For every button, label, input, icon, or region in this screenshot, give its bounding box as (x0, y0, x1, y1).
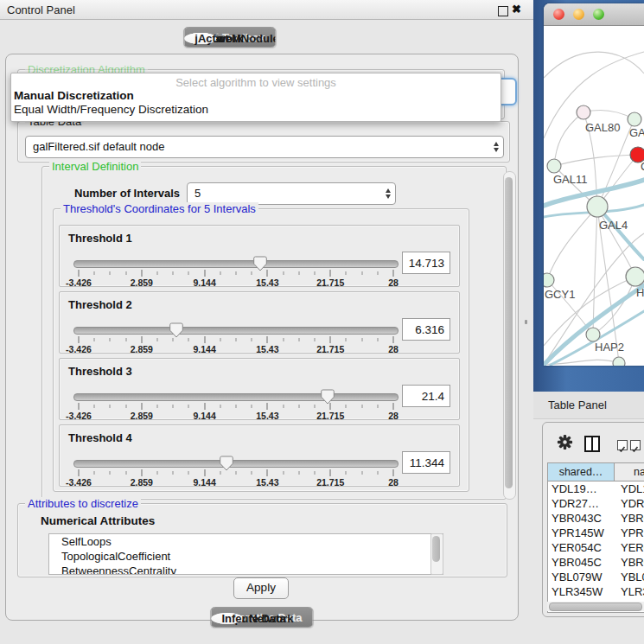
axis-tick-label: 9.144 (193, 277, 215, 288)
close-icon[interactable]: ✖ (512, 3, 521, 16)
network-node-label: H (636, 286, 644, 299)
threshold-label: Threshold 4 (68, 431, 132, 444)
table-column-header[interactable]: shared… (548, 463, 615, 481)
network-node-ga[interactable] (628, 112, 641, 126)
table-column-header[interactable]: na (615, 463, 644, 481)
table-row[interactable]: YER054CYER0 (548, 540, 644, 555)
table-data-combo[interactable]: galFiltered.sif default node (25, 136, 504, 158)
axis-tick-label: -3.426 (66, 344, 92, 354)
network-node-gal11[interactable] (547, 159, 561, 173)
axis-tick-label: 2.859 (131, 277, 153, 288)
axis-tick-label: 2.859 (131, 477, 153, 488)
network-node-h[interactable] (626, 267, 644, 286)
slider-track[interactable] (73, 393, 399, 401)
axis-tick-label: 15.43 (256, 411, 278, 421)
axis-tick-label: 28 (388, 344, 399, 354)
table-hscrollbar[interactable] (547, 602, 644, 611)
numerical-attributes-list[interactable]: SelfLoopsTopologicalCoefficientBetweenne… (48, 533, 443, 575)
axis-tick-label: -3.426 (66, 277, 92, 288)
gear-icon[interactable] (557, 434, 573, 450)
threshold-slider[interactable]: -3.4262.8599.14415.4321.71528 (79, 460, 393, 486)
tab-jactivemnodules[interactable]: jActiveMNodules (184, 33, 216, 44)
network-node-gcy1[interactable] (544, 273, 554, 287)
table-row[interactable]: YBR045CYBR0 (548, 555, 644, 570)
algorithm-hint: Select algorithm to view settings (11, 76, 501, 89)
attributes-scrollbar[interactable] (430, 533, 443, 575)
table-row[interactable]: YBL079WYBL0 (548, 570, 644, 584)
algorithm-option[interactable]: Manual Discretization (14, 89, 134, 102)
checkbox-icon[interactable] (630, 440, 641, 450)
attribute-list-item[interactable]: TopologicalCoefficient (49, 549, 443, 564)
table-cell: YBL079W (548, 570, 615, 584)
table-panel-title: Table Panel (548, 399, 607, 411)
table-row[interactable]: YPR145WYPR1 (548, 526, 644, 540)
interval-definition-group: Interval Definition Number of Intervals … (41, 166, 507, 500)
network-node-hap2[interactable] (586, 328, 600, 341)
attribute-list-item[interactable]: SelfLoops (49, 534, 443, 549)
panel-title: Control Panel (7, 3, 75, 16)
axis-tick-label: 21.715 (316, 277, 344, 288)
minimize-traffic-light-icon[interactable] (573, 9, 584, 20)
network-node-label: GCY1 (545, 288, 575, 301)
axis-tick-label: 9.144 (193, 344, 215, 354)
table-header[interactable]: shared…na (548, 463, 644, 481)
axis-tick-label: 9.144 (193, 411, 215, 421)
table-panel: shared…na YDL19…YDL1YDR27…YDR2YBR043CYBR… (542, 422, 644, 617)
network-canvas[interactable]: GAL80GACGAL11GAL4HGCY1HAP2 (544, 26, 644, 366)
apply-button[interactable]: Apply (233, 577, 289, 599)
threshold-slider[interactable]: -3.4262.8599.14415.4321.71528 (79, 260, 393, 286)
threshold-panel: Threshold 4-3.4262.8599.14415.4321.71528… (59, 424, 460, 487)
threshold-value-field[interactable]: 14.713 (402, 252, 450, 274)
checkbox-icon[interactable] (617, 440, 628, 450)
table-cell: YBR043C (548, 511, 615, 526)
network-node-gal4[interactable] (587, 196, 608, 217)
algorithm-dropdown-popup: Select algorithm to view settings Manual… (10, 73, 501, 122)
slider-thumb[interactable] (253, 256, 267, 271)
threshold-value-field[interactable]: 21.4 (402, 385, 450, 407)
table-body: YDL19…YDL1YDR27…YDR2YBR043CYBR0YPR145WYP… (548, 481, 644, 613)
network-node-label: GA (629, 126, 644, 139)
table-cell: YBR0 (615, 555, 644, 570)
attribute-list-item[interactable]: BetweennessCentrality (49, 564, 443, 575)
table-cell: YDR27… (548, 496, 615, 511)
table-row[interactable]: YDR27…YDR2 (548, 496, 644, 511)
thresholds-group-title: Threshold's Coordinates for 5 Intervals (61, 202, 258, 215)
table-data-group: Table Data galFiltered.sif default node (17, 121, 510, 163)
threshold-slider[interactable]: -3.4262.8599.14415.4321.71528 (79, 327, 393, 353)
table-cell: YBR0 (615, 511, 644, 526)
network-graph: GAL80GACGAL11GAL4HGCY1HAP2 (544, 26, 644, 366)
slider-track[interactable] (73, 260, 399, 268)
axis-tick-label: 28 (388, 477, 399, 488)
table-row[interactable]: YDL19…YDL1 (548, 481, 644, 496)
zoom-traffic-light-icon[interactable] (593, 9, 604, 20)
interval-scrollbar[interactable] (503, 171, 516, 500)
slider-thumb[interactable] (220, 456, 233, 471)
control-panel-titlebar (0, 0, 534, 20)
axis-tick-label: 9.144 (193, 477, 215, 488)
table-row[interactable]: YBR043CYBR0 (548, 511, 644, 526)
network-window-titlebar[interactable] (544, 3, 644, 26)
column-split-icon[interactable] (584, 436, 600, 452)
threshold-value-field[interactable]: 6.316 (402, 318, 450, 341)
thresholds-group: Threshold's Coordinates for 5 Intervals … (53, 208, 469, 492)
axis-tick-label: 15.43 (256, 277, 278, 288)
slider-thumb[interactable] (169, 322, 183, 338)
table-row[interactable]: YLR345WYLR3 (548, 584, 644, 599)
slider-track[interactable] (73, 460, 399, 468)
panel-resize-grip[interactable] (525, 320, 527, 324)
axis-tick-label: 21.715 (316, 411, 344, 421)
table-cell: YBL0 (615, 570, 644, 584)
close-traffic-light-icon[interactable] (553, 9, 564, 20)
threshold-value-field[interactable]: 11.344 (402, 451, 450, 474)
table-cell: YER0 (615, 540, 644, 555)
network-node-gal80[interactable] (577, 105, 590, 119)
node-table[interactable]: shared…na YDL19…YDL1YDR27…YDR2YBR043CYBR… (547, 462, 644, 613)
tab-infer-network[interactable]: Infer Network (211, 613, 243, 624)
slider-thumb[interactable] (321, 389, 335, 405)
network-node[interactable] (613, 357, 625, 366)
axis-tick-label: 21.715 (316, 477, 344, 488)
algorithm-option[interactable]: Equal Width/Frequency Discretization (14, 103, 208, 116)
float-window-icon[interactable] (498, 6, 508, 16)
slider-track[interactable] (73, 327, 399, 335)
threshold-slider[interactable]: -3.4262.8599.14415.4321.71528 (79, 393, 393, 419)
